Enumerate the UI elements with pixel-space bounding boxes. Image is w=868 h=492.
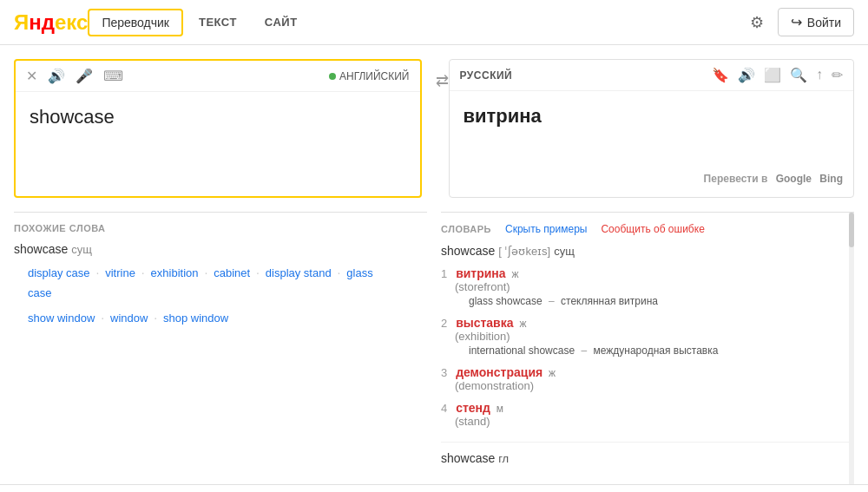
similar-link-window[interactable]: window: [110, 312, 148, 325]
dict-entry-4: 4 стенд м (stand): [441, 401, 854, 428]
header: Яндекс Переводчик ТЕКСТ САЙТ ⚙ ↪ Войти: [0, 0, 868, 45]
bottom-panels: ПОХОЖИЕ СЛОВА showcase сущ display case …: [0, 212, 868, 484]
login-icon: ↪: [791, 14, 802, 30]
bookmark-icon[interactable]: 🔖: [712, 67, 729, 83]
footer: showcase: [0, 484, 868, 492]
dict-num-2: 2: [441, 317, 447, 330]
dict-word-header: showcase [ ˈʃəʊkeɪs] сущ: [441, 244, 854, 258]
target-lang-label: РУССКИЙ: [460, 69, 513, 82]
keyboard-icon[interactable]: ⌨: [103, 68, 123, 84]
dict-translation-3: демонстрация: [456, 365, 542, 379]
main-content: ✕ 🔊 🎤 ⌨ АНГЛИЙСКИЙ showcase ⇄ РУССКИЙ 🔖 …: [0, 45, 868, 212]
source-text[interactable]: showcase: [16, 92, 420, 196]
translate-hint-prefix: Перевести в: [704, 173, 768, 185]
yandex-logo: Яндекс: [14, 10, 88, 35]
login-button[interactable]: ↪ Войти: [778, 8, 854, 36]
similar-words-title: ПОХОЖИЕ СЛОВА: [14, 223, 427, 233]
hide-examples-link[interactable]: Скрыть примеры: [505, 223, 587, 235]
similar-link-vitrine[interactable]: vitrine: [105, 266, 135, 279]
similar-word-group-1: display case · vitrine · exhibition · ca…: [14, 263, 427, 303]
dict-synonym-2: (exhibition): [441, 330, 854, 343]
target-text: витрина Перевести в Google Bing: [450, 91, 854, 195]
dict-transcription: [ ˈʃəʊkeɪs]: [498, 245, 550, 258]
scrollbar-thumb[interactable]: [849, 213, 854, 247]
dict-gender-3: ж: [549, 367, 556, 379]
similar-word-group-2: show window · window · shop window: [14, 308, 427, 328]
dict-entry-2: 2 выставка ж (exhibition) international …: [441, 316, 854, 357]
target-toolbar-icons: 🔖 🔊 ⬜ 🔍 ↑ ✏: [712, 67, 843, 83]
dict-pos: сущ: [554, 245, 575, 258]
similar-link-exhibition[interactable]: exhibition: [151, 266, 199, 279]
report-error-link[interactable]: Сообщить об ошибке: [601, 223, 704, 235]
similar-word-main: showcase сущ: [14, 242, 427, 256]
target-panel: РУССКИЙ 🔖 🔊 ⬜ 🔍 ↑ ✏ витрина Перевести в …: [449, 59, 855, 198]
dict-num-1: 1: [441, 267, 447, 280]
source-panel: ✕ 🔊 🎤 ⌨ АНГЛИЙСКИЙ showcase: [14, 59, 422, 198]
tab-translator[interactable]: Переводчик: [88, 9, 183, 36]
login-label: Войти: [807, 16, 841, 30]
dict-synonym-4: (stand): [441, 415, 854, 428]
scrollbar[interactable]: [849, 213, 854, 484]
dict-word-section2: showcase гл: [441, 442, 854, 465]
dict-title: СЛОВАРЬ: [441, 224, 491, 234]
dict-synonym-3: (demonstration): [441, 379, 854, 392]
target-toolbar: РУССКИЙ 🔖 🔊 ⬜ 🔍 ↑ ✏: [450, 60, 854, 91]
settings-button[interactable]: ⚙: [746, 10, 767, 36]
tab-text[interactable]: ТЕКСТ: [187, 10, 249, 34]
dict-synonym-1: (storefront): [441, 280, 854, 293]
edit-icon[interactable]: ✏: [832, 67, 843, 83]
dict-num-4: 4: [441, 402, 447, 415]
copy-icon[interactable]: ⬜: [764, 67, 781, 83]
dict-example-2: international showcase – международная в…: [441, 344, 854, 357]
volume-target-icon[interactable]: 🔊: [738, 67, 755, 83]
dict-gender-1: ж: [512, 268, 519, 280]
tab-site[interactable]: САЙТ: [253, 10, 310, 34]
dict-pos-2: гл: [498, 452, 509, 465]
dict-translation-4: стенд: [456, 401, 490, 415]
dict-word-2: showcase: [441, 451, 495, 465]
clear-icon[interactable]: ✕: [26, 68, 37, 84]
similar-link-cabinet[interactable]: cabinet: [214, 266, 250, 279]
similar-main-pos: сущ: [71, 243, 92, 256]
dict-header: СЛОВАРЬ Скрыть примеры Сообщить об ошибк…: [441, 223, 854, 235]
similar-link-display-case[interactable]: display case: [28, 266, 90, 279]
dict-word: showcase: [441, 244, 495, 258]
dict-gender-2: ж: [519, 318, 526, 330]
similar-link-shop-window[interactable]: shop window: [163, 312, 228, 325]
share-icon[interactable]: ↑: [816, 67, 823, 83]
dict-gender-4: м: [496, 403, 503, 415]
dict-num-3: 3: [441, 366, 447, 379]
bing-link[interactable]: Bing: [819, 173, 843, 185]
similar-link-show-window[interactable]: show window: [28, 312, 95, 325]
dict-translation-1: витрина: [456, 266, 505, 280]
similar-link-glass-case-2[interactable]: case: [28, 286, 51, 299]
dict-example-1: glass showcase – стеклянная витрина: [441, 295, 854, 307]
translate-hint: Перевести в Google Bing: [704, 173, 843, 185]
dict-entry-1: 1 витрина ж (storefront) glass showcase …: [441, 266, 854, 307]
dict-entry-3: 3 демонстрация ж (demonstration): [441, 365, 854, 392]
similar-words-panel: ПОХОЖИЕ СЛОВА showcase сущ display case …: [14, 212, 427, 484]
lang-dot: [329, 73, 336, 80]
swap-icon: ⇄: [436, 71, 449, 90]
dictionary-panel: СЛОВАРЬ Скрыть примеры Сообщить об ошибк…: [441, 212, 854, 484]
similar-main-word: showcase: [14, 242, 68, 256]
source-language: АНГЛИЙСКИЙ: [329, 70, 410, 82]
mic-icon[interactable]: 🎤: [76, 68, 93, 84]
search-icon[interactable]: 🔍: [790, 67, 807, 83]
dict-word-header-2: showcase гл: [441, 451, 854, 465]
source-toolbar: ✕ 🔊 🎤 ⌨ АНГЛИЙСКИЙ: [16, 61, 420, 92]
translation-result: витрина: [464, 105, 542, 127]
swap-button[interactable]: ⇄: [436, 59, 449, 198]
nav-tabs: Переводчик ТЕКСТ САЙТ: [88, 9, 309, 36]
google-link[interactable]: Google: [776, 173, 812, 185]
header-actions: ⚙ ↪ Войти: [746, 8, 854, 36]
source-lang-label: АНГЛИЙСКИЙ: [339, 70, 410, 82]
volume-icon[interactable]: 🔊: [48, 68, 65, 84]
similar-link-glass-case[interactable]: glass: [346, 266, 372, 279]
similar-link-display-stand[interactable]: display stand: [266, 266, 332, 279]
dict-translation-2: выставка: [456, 316, 513, 330]
